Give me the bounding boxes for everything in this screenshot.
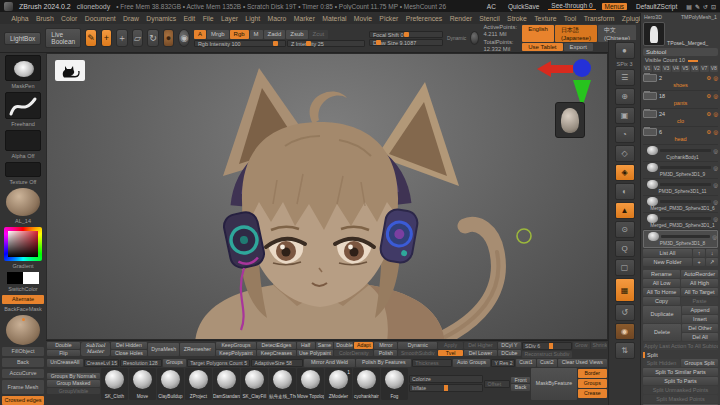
main-color-swatch[interactable] [7, 272, 23, 284]
split-unmasked-button[interactable]: Split Unmasked Points [643, 386, 718, 394]
dynamic-toggle[interactable]: Dynamic [447, 35, 466, 41]
auto-groups-button[interactable]: Auto Groups [453, 359, 491, 367]
slot-button[interactable]: V2 [653, 65, 662, 72]
brush-shortcut[interactable]: ClayBuildup [157, 368, 184, 400]
color-picker[interactable] [4, 227, 42, 261]
layout-icon[interactable]: ▤ [686, 3, 692, 10]
menu-item[interactable]: Stroke [504, 15, 530, 22]
lsym-icon[interactable]: ◈ [615, 164, 635, 181]
geo-icon[interactable]: ▲ [615, 202, 635, 219]
autoreorder-button[interactable]: AutoReorder [681, 270, 718, 278]
quicksave-button[interactable]: QuickSave [505, 3, 542, 10]
switch-color-swatches[interactable] [7, 272, 39, 284]
rename-button[interactable]: Rename [643, 270, 680, 278]
group-masked-button[interactable]: Group Masked [47, 380, 100, 387]
toggle-zsub[interactable]: Zsub [286, 30, 307, 39]
double-button[interactable]: Double [47, 342, 80, 349]
mirror-button[interactable]: Mirror [374, 342, 397, 349]
feature-groups-button[interactable]: Groups [578, 379, 607, 388]
all-high-button[interactable]: All High [681, 279, 718, 287]
titlebar-icons[interactable]: ▤ ✎ ↺ ⊡ [686, 3, 716, 10]
double-remesh-button[interactable]: Double [334, 342, 353, 349]
default-zscript-button[interactable]: DefaultZScript [633, 3, 680, 10]
groups-by-normals-button[interactable]: Groups By Normals [47, 373, 100, 380]
quick-icon[interactable]: Q [615, 240, 635, 257]
reconstruct-subdiv-button[interactable]: Reconstruct Subdiv [522, 351, 572, 358]
eye-icon[interactable]: ◎ [713, 75, 718, 81]
split-hidden-button[interactable]: Split Hidden [643, 359, 680, 367]
alpha-selector[interactable] [5, 130, 41, 151]
thickness-slider[interactable]: Thickness [412, 359, 452, 367]
subtool-controls[interactable] [660, 217, 711, 220]
menu-item[interactable]: Document [82, 15, 119, 22]
rotate-mode-button[interactable]: ↻ [147, 29, 159, 47]
toggle-rgb[interactable]: Rgb [230, 30, 249, 39]
see-through-slider[interactable]: See-through 0 [548, 2, 595, 10]
focal-shift-slider[interactable]: Focal Shift 0 [369, 31, 443, 38]
brush-shortcut[interactable]: ZProject [185, 368, 212, 400]
colorize-slider[interactable]: Colorize [409, 375, 483, 383]
close-holes-button[interactable]: Close Holes [111, 350, 148, 357]
scroll-icon[interactable]: ☰ [615, 69, 635, 86]
pen-icon[interactable]: ✎ [695, 3, 700, 10]
flip-button[interactable]: Flip [47, 350, 80, 357]
menu-item[interactable]: Edit [180, 15, 198, 22]
creaselvl-slider[interactable]: CreaseLvl 15 [84, 359, 120, 367]
recent-tool-a[interactable]: Hero3D [644, 14, 662, 20]
cust2-button[interactable]: Cust2 [537, 359, 557, 367]
menu-item[interactable]: Stencil [476, 15, 503, 22]
menus-button[interactable]: Menus [602, 3, 628, 10]
subtool-folder-row[interactable]: 18 ⚙ ◎ pants [643, 91, 718, 109]
solo-icon[interactable]: ◉ [615, 323, 635, 340]
menu-item[interactable]: Draw [120, 15, 142, 22]
toggle-mrgb[interactable]: Mrgb [207, 30, 229, 39]
insert-button[interactable]: Insert [682, 315, 718, 323]
move-mode-button[interactable]: ＋ [116, 29, 128, 47]
dcyl-button[interactable]: DCyl Y [498, 342, 521, 349]
list-all-button[interactable]: List All [643, 249, 692, 257]
split-similar-button[interactable]: Split To Similar Parts [643, 368, 718, 376]
copy-button[interactable]: Copy [643, 297, 680, 305]
magnet-icon[interactable]: ⊙ [615, 221, 635, 238]
front-button[interactable]: Front [511, 377, 531, 384]
menu-item[interactable]: File [199, 15, 216, 22]
del-hidden-button[interactable]: Del Hidden [111, 342, 148, 349]
menu-item[interactable]: Marker [291, 15, 319, 22]
grow-button[interactable]: Grow [573, 342, 590, 349]
keepcreases-button[interactable]: KeepCreases [257, 350, 296, 357]
target-polygons-slider[interactable]: Target Polygons Count 5 [187, 359, 250, 367]
offset-slider[interactable]: Offset [484, 380, 509, 388]
subtool-master-plugin-button[interactable]: SubTool Master [81, 342, 110, 356]
crossed-edges-button[interactable]: Crossed edges [2, 396, 44, 405]
eye-icon[interactable]: ◎ [713, 111, 718, 117]
folder-add-icon[interactable]: + [693, 258, 705, 266]
group-visible-button[interactable]: GroupVisible [47, 388, 100, 395]
dynamesh-button[interactable]: DynaMesh [148, 343, 179, 356]
export-button[interactable]: Export [564, 43, 593, 51]
gear-icon[interactable]: ⚙ [706, 111, 711, 117]
groups-split-button[interactable]: Groups Split [681, 359, 718, 367]
adaptivesize-slider[interactable]: AdaptiveSize 58 [251, 359, 302, 367]
subtool-item-row[interactable]: ◎ PM3D_Sphere3D1_11 [643, 179, 718, 196]
all-to-target-button[interactable]: All To Target [681, 288, 718, 296]
slot-button[interactable]: V4 [672, 65, 681, 72]
sdiv-slider[interactable]: SDiv 6 [522, 342, 572, 350]
menu-item[interactable]: Alpha [8, 15, 32, 22]
zremesher-button[interactable]: ZRemesher [180, 343, 215, 356]
menu-item[interactable]: Layer [218, 15, 241, 22]
menu-item[interactable]: Preferences [402, 15, 445, 22]
persp-icon[interactable]: ◇ [615, 145, 635, 162]
wrap-icon[interactable]: ↺ [615, 304, 635, 321]
shrink-button[interactable]: Shrink [591, 342, 608, 349]
switchcolor-label[interactable]: SwitchColor [8, 286, 37, 293]
current-stroke-thumb[interactable] [5, 92, 41, 118]
subtool-folder-row[interactable]: 24 ⚙ ◎ clo [643, 109, 718, 127]
menu-item[interactable]: Brush [33, 15, 57, 22]
toggle-zcut[interactable]: Zcut [309, 30, 329, 39]
brush-shortcut[interactable]: Move Topological [297, 368, 324, 400]
alternate-button[interactable]: Alternate [2, 295, 44, 304]
viewport-canvas[interactable] [46, 53, 608, 340]
eye-icon[interactable]: ◎ [712, 234, 717, 240]
duplicate-button[interactable]: Duplicate [643, 306, 681, 323]
cust1-button[interactable]: Cust1 [516, 359, 536, 367]
